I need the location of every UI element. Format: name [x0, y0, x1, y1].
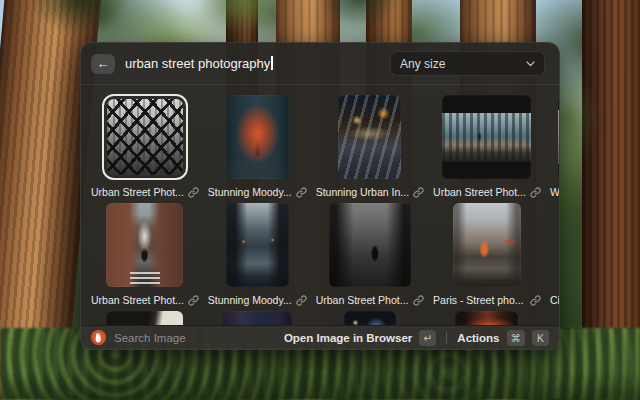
footer-actions: Open Image in Browser ↵ Actions ⌘ K: [284, 330, 549, 346]
result-thumbnail[interactable]: [558, 95, 559, 179]
return-key-badge: ↵: [419, 330, 436, 346]
k-key-badge: K: [532, 330, 549, 346]
link-icon[interactable]: [413, 295, 424, 306]
result-title: Urban Street Phot...: [91, 186, 184, 198]
result-item[interactable]: Urban Street Phot...: [431, 93, 543, 201]
result-caption: Urban Street Phot...: [89, 289, 201, 309]
result-item[interactable]: Stunning Moody...: [206, 93, 309, 201]
result-title: Stunning Moody...: [208, 294, 292, 306]
link-icon[interactable]: [188, 295, 199, 306]
result-thumbnail-frame: [431, 93, 543, 181]
result-title: Urban Street Phot...: [433, 186, 526, 198]
result-caption: Urban Street Phot...: [89, 181, 201, 201]
link-icon[interactable]: [296, 295, 307, 306]
result-item[interactable]: City Road Photog...: [548, 201, 559, 309]
result-thumbnail[interactable]: [338, 95, 401, 179]
results-grid: Urban Street Phot...Stunning Moody...Stu…: [81, 85, 559, 325]
result-item[interactable]: Urban Street Phot...: [314, 201, 426, 309]
result-caption: Stunning Moody...: [206, 181, 309, 201]
link-icon[interactable]: [413, 187, 424, 198]
result-item[interactable]: Stunning Urban In...: [314, 93, 426, 201]
footer-bar: Search Image Open Image in Browser ↵ Act…: [81, 325, 559, 349]
result-caption: What Is Urban La...: [548, 181, 559, 201]
result-title: City Road Photog...: [550, 294, 559, 306]
result-thumbnail-frame: [548, 93, 559, 181]
result-thumbnail-frame: [206, 309, 309, 325]
result-item[interactable]: [89, 309, 201, 325]
command-label: Search Image: [114, 332, 186, 344]
link-icon[interactable]: [188, 187, 199, 198]
result-thumbnail-frame: [314, 93, 426, 181]
result-title: Stunning Urban In...: [316, 186, 409, 198]
result-thumbnail[interactable]: [226, 95, 289, 179]
size-filter-dropdown[interactable]: Any size: [390, 51, 545, 76]
result-thumbnail-frame: [206, 201, 309, 289]
result-thumbnail-frame: [431, 309, 543, 325]
size-filter-value: Any size: [400, 57, 445, 71]
primary-action-label[interactable]: Open Image in Browser: [284, 332, 412, 344]
result-caption: Stunning Moody...: [206, 289, 309, 309]
result-item[interactable]: What Is Urban La...: [548, 93, 559, 201]
footer-divider: [446, 332, 447, 344]
result-thumbnail-frame: [431, 201, 543, 289]
result-thumbnail-frame: [548, 309, 559, 325]
result-thumbnail[interactable]: [226, 203, 289, 287]
back-arrow-icon: ←: [97, 56, 110, 71]
result-item[interactable]: [548, 309, 559, 325]
actions-menu-label[interactable]: Actions: [457, 332, 499, 344]
result-thumbnail-frame: [206, 93, 309, 181]
link-icon[interactable]: [530, 187, 541, 198]
image-search-panel: ← urban street photography Any size Urba…: [80, 42, 560, 350]
result-thumbnail[interactable]: [455, 311, 518, 325]
result-caption: Urban Street Phot...: [314, 289, 426, 309]
search-input[interactable]: urban street photography: [125, 56, 273, 71]
text-caret: [271, 56, 273, 70]
result-title: Urban Street Phot...: [316, 294, 409, 306]
result-caption: City Road Photog...: [548, 289, 559, 309]
result-title: What Is Urban La...: [550, 186, 559, 198]
back-button[interactable]: ←: [91, 54, 115, 74]
result-item[interactable]: [314, 309, 426, 325]
result-thumbnail-frame: [314, 309, 426, 325]
chevron-down-icon: [526, 61, 535, 67]
result-thumbnail[interactable]: [329, 203, 411, 287]
result-caption: Stunning Urban In...: [314, 181, 426, 201]
result-thumbnail[interactable]: [442, 95, 531, 179]
command-key-badge: ⌘: [507, 330, 526, 346]
result-thumbnail[interactable]: [106, 311, 183, 325]
duckduckgo-icon: [91, 330, 106, 345]
result-thumbnail-frame: [89, 309, 201, 325]
result-thumbnail[interactable]: [107, 99, 183, 175]
source-info: Search Image: [91, 330, 186, 345]
link-icon[interactable]: [530, 295, 541, 306]
result-caption: Urban Street Phot...: [431, 181, 543, 201]
result-thumbnail[interactable]: [453, 203, 521, 287]
link-icon[interactable]: [296, 187, 307, 198]
result-item[interactable]: [431, 309, 543, 325]
search-header: ← urban street photography Any size: [81, 43, 559, 85]
result-caption: Paris - Street pho...: [431, 289, 543, 309]
result-item[interactable]: Urban Street Phot...: [89, 93, 201, 201]
result-item[interactable]: [206, 309, 309, 325]
result-thumbnail[interactable]: [222, 311, 292, 325]
result-thumbnail-frame: [89, 93, 201, 181]
result-item[interactable]: Stunning Moody...: [206, 201, 309, 309]
result-thumbnail-frame: [314, 201, 426, 289]
result-thumbnail[interactable]: [106, 203, 183, 287]
result-item[interactable]: Urban Street Phot...: [89, 201, 201, 309]
result-title: Urban Street Phot...: [91, 294, 184, 306]
result-thumbnail[interactable]: [344, 311, 396, 325]
result-title: Stunning Moody...: [208, 186, 292, 198]
result-thumbnail-frame: [89, 201, 201, 289]
result-title: Paris - Street pho...: [433, 294, 523, 306]
result-thumbnail-frame: [548, 201, 559, 289]
result-item[interactable]: Paris - Street pho...: [431, 201, 543, 309]
search-query-text: urban street photography: [125, 56, 270, 71]
